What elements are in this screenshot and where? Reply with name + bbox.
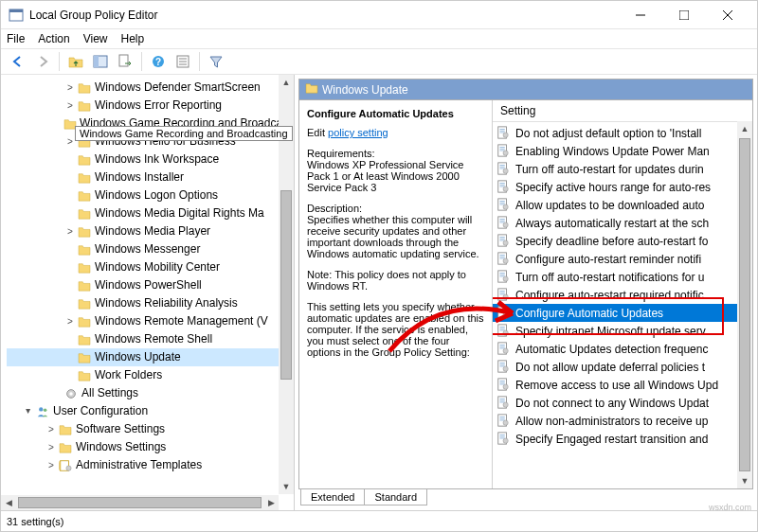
tree-item-user-config[interactable]: ▸User Configuration — [7, 402, 294, 420]
setting-item[interactable]: Specify Engaged restart transition and — [493, 430, 752, 448]
policy-icon — [496, 234, 512, 249]
column-header-setting[interactable]: Setting — [493, 100, 752, 122]
svg-point-65 — [503, 276, 508, 281]
setting-item[interactable]: Enabling Windows Update Power Man — [493, 142, 752, 160]
setting-item[interactable]: Do not connect to any Windows Updat — [493, 394, 752, 412]
forward-button[interactable] — [31, 50, 54, 73]
tree-item[interactable]: >Windows Defender SmartScreen — [7, 79, 294, 97]
tab-standard[interactable]: Standard — [364, 489, 427, 505]
right-header-title: Windows Update — [322, 83, 408, 97]
tree-item[interactable]: >Windows Remote Management (V — [7, 312, 294, 330]
policy-icon — [496, 342, 512, 357]
policy-icon — [496, 360, 512, 375]
settings-list[interactable]: Do not adjust default option to 'Install… — [493, 122, 752, 450]
right-header: Windows Update — [298, 79, 753, 99]
tree-item[interactable]: Windows Mobility Center — [7, 258, 294, 276]
svg-point-35 — [503, 168, 508, 173]
folder-icon — [77, 153, 92, 167]
folder-icon — [77, 225, 92, 239]
tabs: Extended Standard — [298, 489, 753, 510]
menu-help[interactable]: Help — [121, 32, 145, 45]
tree-item-all-settings[interactable]: All Settings — [7, 384, 294, 402]
tree-item[interactable]: Windows Installer — [7, 168, 294, 186]
desc-title: Configure Automatic Updates — [307, 108, 484, 119]
policy-icon — [496, 324, 512, 339]
setting-item[interactable]: Allow non-administrators to receive up — [493, 412, 752, 430]
export-icon[interactable] — [114, 50, 136, 73]
status-bar: 31 setting(s) — [1, 510, 757, 531]
svg-rect-7 — [94, 56, 99, 67]
svg-point-75 — [503, 312, 508, 317]
svg-point-45 — [503, 204, 508, 209]
svg-point-100 — [503, 402, 508, 407]
tree-item[interactable]: Windows Media Digital Rights Ma — [7, 204, 294, 222]
policy-icon — [496, 126, 512, 141]
svg-point-110 — [503, 438, 508, 443]
back-button[interactable] — [7, 50, 29, 73]
show-hide-tree-icon[interactable] — [89, 50, 112, 73]
tab-extended[interactable]: Extended — [300, 489, 365, 505]
close-button[interactable] — [706, 1, 749, 29]
folder-icon — [77, 243, 92, 257]
menu-view[interactable]: View — [83, 32, 108, 45]
tree-item[interactable]: >Windows Media Player — [7, 222, 294, 240]
menu-file[interactable]: File — [7, 32, 25, 45]
tree-scrollbar-h[interactable]: ◀▶ — [1, 495, 279, 510]
setting-item[interactable]: Do not allow update deferral policies t — [493, 358, 752, 376]
tree-item[interactable]: >Windows Settings — [7, 438, 294, 456]
tree-item[interactable]: Windows Logon Options — [7, 186, 294, 204]
watermark: wsxdn.com — [709, 503, 751, 512]
setting-item[interactable]: Allow updates to be downloaded auto — [493, 196, 752, 214]
maximize-button[interactable] — [662, 1, 706, 29]
policy-icon — [496, 432, 512, 447]
description-pane: Configure Automatic Updates Edit policy … — [299, 100, 493, 488]
setting-item[interactable]: Specify intranet Microsoft update serv — [493, 322, 752, 340]
setting-item[interactable]: Turn off auto-restart for updates durin — [493, 160, 752, 178]
svg-point-16 — [69, 392, 73, 396]
tree-item[interactable]: Windows Update — [7, 348, 294, 366]
app-icon — [9, 8, 24, 23]
policy-icon — [496, 180, 512, 195]
tree-item[interactable]: Work Folders — [7, 366, 294, 384]
edit-policy-link[interactable]: policy setting — [328, 127, 388, 138]
filter-icon[interactable] — [205, 50, 227, 73]
minimize-button[interactable] — [619, 1, 662, 29]
folder-icon — [77, 279, 92, 293]
svg-rect-1 — [9, 9, 23, 12]
setting-item[interactable]: Remove access to use all Windows Upd — [493, 376, 752, 394]
folder-icon — [77, 81, 92, 95]
tree-item[interactable]: Windows Ink Workspace — [7, 151, 294, 168]
folder-icon — [77, 369, 92, 382]
menu-bar: File Action View Help — [1, 29, 757, 48]
tree-item[interactable]: Windows PowerShell — [7, 276, 294, 294]
tree-item[interactable]: Windows Remote Shell — [7, 330, 294, 348]
policy-icon — [496, 378, 512, 393]
tree-item[interactable]: >Software Settings — [7, 420, 294, 438]
svg-rect-3 — [679, 10, 689, 20]
setting-item[interactable]: Always automatically restart at the sch — [493, 214, 752, 232]
setting-item[interactable]: Turn off auto-restart notifications for … — [493, 268, 752, 286]
folder-icon — [58, 441, 73, 454]
settings-pane: Setting Do not adjust default option to … — [493, 100, 752, 488]
svg-point-105 — [503, 420, 508, 425]
window-title: Local Group Policy Editor — [29, 9, 619, 22]
setting-item[interactable]: Configure Automatic Updates — [493, 304, 752, 322]
settings-scrollbar-v[interactable]: ▲▼ — [737, 121, 752, 488]
tree-item[interactable]: Windows Reliability Analysis — [7, 294, 294, 312]
setting-item[interactable]: Specify active hours range for auto-res — [493, 178, 752, 196]
svg-point-90 — [503, 366, 508, 371]
folder-icon — [77, 315, 92, 328]
scroll-icon — [58, 459, 73, 472]
setting-item[interactable]: Automatic Updates detection frequenc — [493, 340, 752, 358]
properties-icon[interactable] — [171, 50, 194, 73]
tree-item[interactable]: Windows Messenger — [7, 240, 294, 258]
setting-item[interactable]: Configure auto-restart reminder notifi — [493, 250, 752, 268]
setting-item[interactable]: Configure auto-restart required notific — [493, 286, 752, 304]
setting-item[interactable]: Specify deadline before auto-restart fo — [493, 232, 752, 250]
tree-item-admin-templates[interactable]: >Administrative Templates — [7, 456, 294, 474]
tree-item[interactable]: >Windows Error Reporting — [7, 97, 294, 115]
setting-item[interactable]: Do not adjust default option to 'Install — [493, 124, 752, 142]
menu-action[interactable]: Action — [38, 32, 69, 45]
help-icon[interactable]: ? — [147, 50, 170, 73]
up-icon[interactable] — [64, 50, 87, 73]
